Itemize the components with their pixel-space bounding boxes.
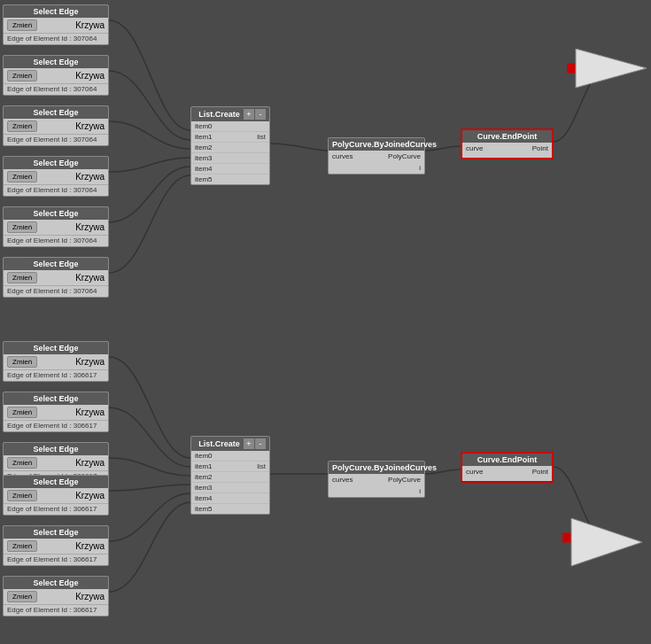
endpoint-spacer-2 — [462, 477, 552, 481]
list-row-1: item1 list — [191, 132, 269, 143]
node-footer-6: Edge of Element Id : 307064 — [4, 285, 108, 297]
node-header: Select Edge — [4, 443, 108, 455]
list-row-4: item4 — [191, 164, 269, 175]
zmien-button-10[interactable]: Zmień — [7, 490, 37, 501]
node-footer-12: Edge of Element Id : 306617 — [4, 604, 108, 616]
select-edge-node-10: Select Edge Zmień Krzywa Edge of Element… — [3, 475, 109, 516]
zmien-button-8[interactable]: Zmień — [7, 407, 37, 418]
krzywa-label-6: Krzywa — [75, 273, 105, 283]
zmien-button-11[interactable]: Zmień — [7, 540, 37, 552]
node-header: Select Edge — [4, 392, 108, 405]
list-row-g2-1: item1 list — [191, 462, 269, 472]
node-header: Select Edge — [4, 342, 108, 354]
list-row-g2-5: item5 — [191, 504, 269, 514]
node-header: Select Edge — [4, 5, 108, 18]
krzywa-label-7: Krzywa — [75, 357, 105, 367]
arrow-shape-1 — [567, 49, 647, 93]
polycurve-header-1: PolyCurve.ByJoinedCurves — [329, 138, 424, 151]
node-header: Select Edge — [4, 526, 108, 539]
list-row-g2-2: item2 — [191, 472, 269, 483]
select-edge-node-7: Select Edge Zmień Krzywa Edge of Element… — [3, 341, 109, 382]
endpoint-row-2: curve Point — [462, 466, 552, 477]
canvas: Select Edge Zmień Krzywa Edge of Element… — [0, 0, 651, 644]
polycurve-node-1: PolyCurve.ByJoinedCurves curves PolyCurv… — [328, 137, 425, 175]
list-row-3: item3 — [191, 153, 269, 164]
node-footer-7: Edge of Element Id : 306617 — [4, 369, 108, 381]
list-create-header-2: List.Create + - — [191, 437, 269, 451]
zmien-button-4[interactable]: Zmień — [7, 171, 37, 182]
list-row-g2-4: item4 — [191, 493, 269, 504]
node-footer-1: Edge of Element Id : 307064 — [4, 33, 108, 44]
select-edge-node-5: Select Edge Zmień Krzywa Edge of Element… — [3, 206, 109, 247]
node-header: Select Edge — [4, 258, 108, 270]
endpoint-node-2: Curve.EndPoint curve Point — [461, 452, 554, 483]
polycurve-header-2: PolyCurve.ByJoinedCurves — [329, 462, 424, 474]
zmien-button-12[interactable]: Zmień — [7, 591, 37, 602]
node-header: Select Edge — [4, 476, 108, 488]
list-row-g2-0: item0 — [191, 451, 269, 462]
zmien-button-1[interactable]: Zmień — [7, 19, 37, 31]
list-remove-button-1[interactable]: - — [255, 109, 266, 120]
krzywa-label-2: Krzywa — [75, 71, 105, 81]
list-row-g2-3: item3 — [191, 483, 269, 493]
polycurve-row-2: curves PolyCurve — [329, 474, 424, 485]
krzywa-label-9: Krzywa — [75, 458, 105, 468]
node-footer-5: Edge of Element Id : 307064 — [4, 235, 108, 246]
node-header: Select Edge — [4, 157, 108, 169]
select-edge-node-11: Select Edge Zmień Krzywa Edge of Element… — [3, 525, 109, 566]
zmien-button-5[interactable]: Zmień — [7, 221, 37, 233]
arrow-shape-2 — [562, 518, 642, 567]
node-header: Select Edge — [4, 207, 108, 220]
svg-marker-3 — [571, 518, 642, 566]
polycurve-node-2: PolyCurve.ByJoinedCurves curves PolyCurv… — [328, 461, 425, 498]
krzywa-label-8: Krzywa — [75, 407, 105, 417]
node-header: Select Edge — [4, 56, 108, 68]
krzywa-label-10: Krzywa — [75, 491, 105, 500]
select-edge-node-8: Select Edge Zmień Krzywa Edge of Element… — [3, 392, 109, 432]
select-edge-node-12: Select Edge Zmień Krzywa Edge of Element… — [3, 576, 109, 617]
node-footer-3: Edge of Element Id : 307064 — [4, 134, 108, 145]
polycurve-spacer-2: i — [329, 485, 424, 497]
node-header: Select Edge — [4, 577, 108, 589]
node-footer-11: Edge of Element Id : 306617 — [4, 554, 108, 565]
endpoint-row-1: curve Point — [462, 143, 552, 154]
list-row-0: item0 — [191, 121, 269, 132]
list-remove-button-2[interactable]: - — [255, 438, 266, 449]
list-create-node-2: List.Create + - item0 item1 list item2 i… — [190, 436, 270, 515]
list-create-node-1: List.Create + - item0 item1 list item2 i… — [190, 106, 270, 185]
select-edge-node-3: Select Edge Zmień Krzywa Edge of Element… — [3, 105, 109, 146]
endpoint-spacer-1 — [462, 154, 552, 158]
zmien-button-6[interactable]: Zmień — [7, 272, 37, 283]
krzywa-label-5: Krzywa — [75, 222, 105, 232]
node-footer-2: Edge of Element Id : 307064 — [4, 83, 108, 95]
node-footer-10: Edge of Element Id : 306617 — [4, 503, 108, 515]
krzywa-label-3: Krzywa — [75, 121, 105, 131]
select-edge-node-4: Select Edge Zmień Krzywa Edge of Element… — [3, 156, 109, 197]
list-row-2: item2 — [191, 143, 269, 153]
select-edge-node-1: Select Edge Zmień Krzywa Edge of Element… — [3, 4, 109, 45]
krzywa-label-1: Krzywa — [75, 20, 105, 30]
endpoint-header-2: Curve.EndPoint — [462, 454, 552, 466]
node-header: Select Edge — [4, 106, 108, 119]
list-create-header-1: List.Create + - — [191, 107, 269, 121]
list-add-button-1[interactable]: + — [244, 109, 254, 120]
list-add-button-2[interactable]: + — [244, 438, 254, 449]
zmien-button-2[interactable]: Zmień — [7, 70, 37, 81]
svg-rect-2 — [562, 533, 571, 542]
zmien-button-3[interactable]: Zmień — [7, 120, 37, 132]
zmien-button-9[interactable]: Zmień — [7, 457, 37, 469]
zmien-button-7[interactable]: Zmień — [7, 356, 37, 368]
svg-marker-1 — [576, 49, 647, 88]
krzywa-label-12: Krzywa — [75, 592, 105, 601]
svg-rect-0 — [567, 64, 576, 73]
select-edge-node-2: Select Edge Zmień Krzywa Edge of Element… — [3, 55, 109, 96]
select-edge-node-6: Select Edge Zmień Krzywa Edge of Element… — [3, 257, 109, 298]
endpoint-header-1: Curve.EndPoint — [462, 130, 552, 143]
polycurve-row-1: curves PolyCurve — [329, 151, 424, 162]
endpoint-node-1: Curve.EndPoint curve Point — [461, 128, 554, 159]
node-footer-8: Edge of Element Id : 306617 — [4, 420, 108, 431]
krzywa-label-4: Krzywa — [75, 172, 105, 182]
krzywa-label-11: Krzywa — [75, 541, 105, 551]
list-row-5: item5 — [191, 175, 269, 184]
node-footer-4: Edge of Element Id : 307064 — [4, 184, 108, 196]
